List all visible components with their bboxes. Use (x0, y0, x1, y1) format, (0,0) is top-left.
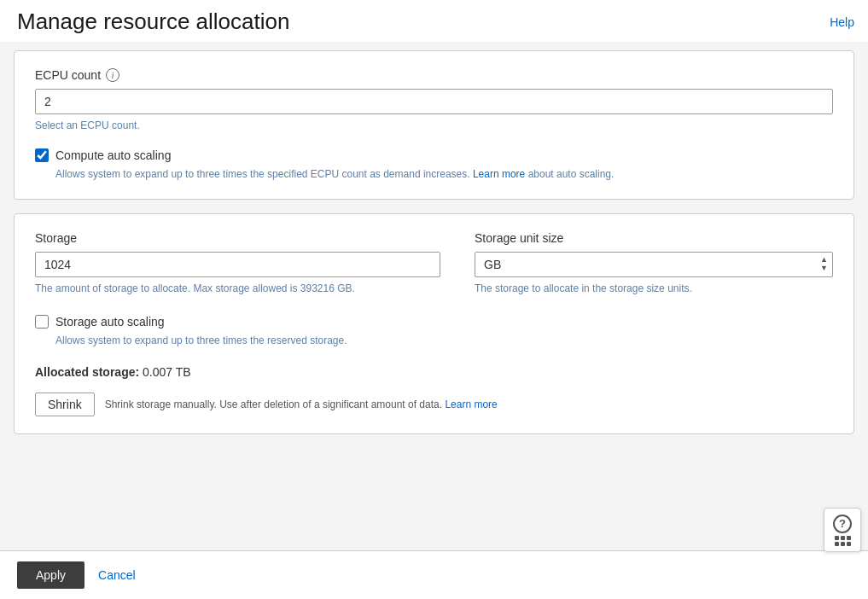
ecpu-hint: Select an ECPU count. (35, 119, 833, 131)
storage-left-col: Storage The amount of storage to allocat… (35, 231, 440, 294)
storage-unit-hint: The storage to allocate in the storage s… (475, 282, 833, 294)
footer: Apply Cancel (0, 550, 868, 599)
storage-unit-label: Storage unit size (475, 231, 833, 245)
cancel-link[interactable]: Cancel (98, 568, 136, 582)
storage-unit-wrapper: GB TB ▲ ▼ (475, 252, 833, 277)
compute-auto-scaling-row: Compute auto scaling (35, 148, 833, 162)
help-widget[interactable]: ? (824, 508, 861, 552)
allocated-storage-value: 0.007 TB (143, 365, 191, 379)
storage-auto-scaling-label[interactable]: Storage auto scaling (55, 315, 165, 329)
help-widget-circle-icon: ? (833, 515, 852, 533)
compute-auto-scaling-label[interactable]: Compute auto scaling (55, 148, 171, 162)
storage-auto-scaling-checkbox[interactable] (35, 315, 49, 329)
storage-auto-scaling-row: Storage auto scaling (35, 315, 833, 329)
compute-auto-scaling-learn-more[interactable]: Learn more (473, 168, 525, 180)
help-link[interactable]: Help (830, 15, 854, 29)
shrink-learn-more-link[interactable]: Learn more (445, 398, 497, 410)
storage-label: Storage (35, 231, 440, 245)
header: Manage resource allocation Help (0, 0, 868, 42)
shrink-row: Shrink Shrink storage manually. Use afte… (35, 393, 833, 416)
content-area: ECPU count i Select an ECPU count. Compu… (0, 42, 868, 550)
ecpu-label: ECPU count i (35, 68, 833, 82)
storage-right-col: Storage unit size GB TB ▲ ▼ The storage … (475, 231, 833, 294)
ecpu-card: ECPU count i Select an ECPU count. Compu… (14, 50, 854, 200)
allocated-storage-label: Allocated storage: (35, 365, 139, 379)
storage-top-row: Storage The amount of storage to allocat… (35, 231, 833, 294)
ecpu-input[interactable] (35, 89, 833, 114)
storage-auto-scaling-desc: Allows system to expand up to three time… (55, 334, 833, 348)
storage-unit-select[interactable]: GB TB (475, 252, 833, 277)
page-title: Manage resource allocation (17, 9, 289, 35)
storage-hint: The amount of storage to allocate. Max s… (35, 282, 440, 294)
shrink-desc: Shrink storage manually. Use after delet… (105, 398, 498, 410)
allocated-storage: Allocated storage: 0.007 TB (35, 365, 833, 379)
shrink-button[interactable]: Shrink (35, 393, 95, 416)
compute-auto-scaling-checkbox[interactable] (35, 148, 49, 162)
ecpu-info-icon[interactable]: i (106, 68, 119, 82)
storage-auto-scaling-section: Storage auto scaling Allows system to ex… (35, 315, 833, 348)
help-widget-dots-icon (835, 536, 851, 546)
apply-button[interactable]: Apply (17, 561, 84, 589)
compute-auto-scaling-desc: Allows system to expand up to three time… (55, 167, 833, 182)
storage-input[interactable] (35, 252, 440, 277)
storage-card: Storage The amount of storage to allocat… (14, 213, 854, 434)
